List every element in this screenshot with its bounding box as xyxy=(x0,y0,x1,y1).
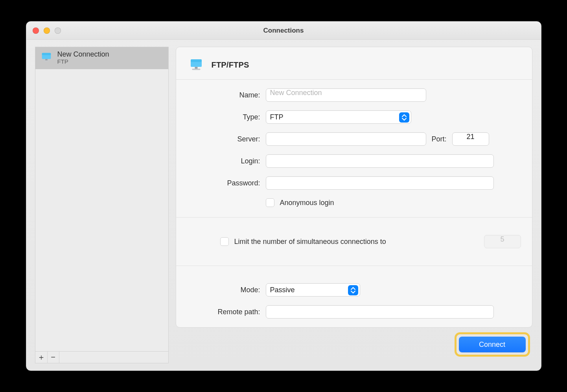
sidebar-footer: ＋ − xyxy=(35,351,168,363)
plus-icon: ＋ xyxy=(37,352,45,363)
server-label: Server: xyxy=(187,135,260,143)
mode-select-value: Passive xyxy=(270,286,295,294)
connect-row: Connect xyxy=(176,328,532,357)
divider xyxy=(176,266,532,266)
right-pane: FTP/FTPS Name: New Connection Type: xyxy=(176,47,532,363)
name-label: Name: xyxy=(187,91,260,99)
connection-sub: FTP xyxy=(57,58,109,65)
name-input[interactable]: New Connection xyxy=(266,88,426,102)
server-input[interactable] xyxy=(266,132,426,146)
type-label: Type: xyxy=(187,113,260,121)
window-title: Connections xyxy=(263,27,304,35)
card-header: FTP/FTPS xyxy=(187,54,521,79)
connection-list-item[interactable]: New Connection FTP xyxy=(35,47,168,69)
traffic-lights xyxy=(33,27,61,34)
limit-value-input[interactable]: 5 xyxy=(484,235,521,248)
remote-path-label: Remote path: xyxy=(187,308,260,316)
type-select-value: FTP xyxy=(270,113,284,121)
svg-rect-3 xyxy=(43,60,50,62)
panel-title: FTP/FTPS xyxy=(212,60,249,70)
password-label: Password: xyxy=(187,179,260,187)
mode-label: Mode: xyxy=(187,286,260,294)
sidebar: New Connection FTP ＋ − xyxy=(35,47,169,363)
anonymous-checkbox[interactable] xyxy=(266,198,274,207)
updown-icon xyxy=(399,112,409,123)
svg-rect-7 xyxy=(192,69,200,70)
login-input[interactable] xyxy=(266,154,494,168)
type-select[interactable]: FTP xyxy=(266,110,411,124)
connection-name: New Connection xyxy=(57,50,109,59)
anonymous-label: Anonymous login xyxy=(280,199,334,207)
limit-checkbox[interactable] xyxy=(220,237,229,246)
add-connection-button[interactable]: ＋ xyxy=(35,352,47,363)
mode-select[interactable]: Passive xyxy=(266,283,360,297)
password-input[interactable] xyxy=(266,176,494,190)
minimize-window-button[interactable] xyxy=(44,27,50,34)
window: Connections New Connection xyxy=(26,21,541,371)
svg-rect-1 xyxy=(42,53,51,55)
connect-button[interactable]: Connect xyxy=(459,337,526,352)
remove-connection-button[interactable]: − xyxy=(47,352,59,363)
connection-card: FTP/FTPS Name: New Connection Type: xyxy=(176,47,532,328)
divider xyxy=(176,217,532,218)
updown-icon xyxy=(348,285,358,295)
network-folder-icon xyxy=(188,57,204,73)
content: New Connection FTP ＋ − xyxy=(26,40,541,370)
form: Name: New Connection Type: FTP xyxy=(187,80,521,319)
network-folder-icon xyxy=(39,51,53,64)
port-label: Port: xyxy=(432,135,447,143)
footer-spacer xyxy=(59,352,168,363)
port-input[interactable]: 21 xyxy=(452,132,489,146)
limit-label: Limit the number of simultaneous connect… xyxy=(234,238,386,246)
zoom-window-button[interactable] xyxy=(55,27,61,34)
svg-rect-5 xyxy=(191,59,202,62)
login-label: Login: xyxy=(187,157,260,165)
connect-highlight: Connect xyxy=(455,332,530,357)
close-window-button[interactable] xyxy=(33,27,39,34)
connection-list: New Connection FTP xyxy=(35,47,168,351)
titlebar: Connections xyxy=(26,22,541,40)
minus-icon: − xyxy=(51,353,55,362)
remote-path-input[interactable] xyxy=(266,305,494,319)
